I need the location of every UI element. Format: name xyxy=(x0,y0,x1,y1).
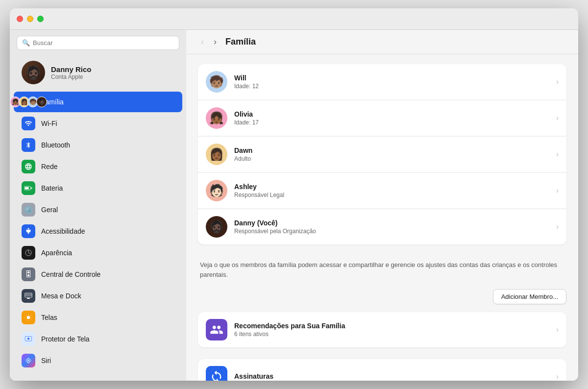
member-avatar-will: 🧒🏽 xyxy=(206,71,227,93)
central-icon: 🎛 xyxy=(22,267,35,281)
user-info: Danny Rico Conta Apple xyxy=(51,65,92,80)
member-avatar-dawn: 👩🏾 xyxy=(206,144,227,165)
assinaturas-icon xyxy=(206,366,227,381)
sidebar-item-telas[interactable]: Telas xyxy=(14,307,182,328)
siri-icon xyxy=(22,354,35,367)
sidebar-item-geral[interactable]: ⚙️ Geral xyxy=(14,199,182,220)
assinaturas-name: Assinaturas xyxy=(234,372,549,380)
familia-icon: 👧🏾 👩🏾 🧒🏽 🧔🏿 xyxy=(22,95,35,109)
page-title: Família xyxy=(225,37,256,47)
member-item-ashley[interactable]: 🧑🏻 Ashley Responsável Legal › xyxy=(198,173,566,209)
main-body: 🧒🏽 Will Idade: 12 › 👧🏾 Olivia Idade: 17 xyxy=(186,54,578,381)
sidebar-item-label-geral: Geral xyxy=(41,206,58,214)
main-header: ‹ › Família xyxy=(186,30,578,54)
svg-point-10 xyxy=(27,338,29,340)
svg-point-8 xyxy=(27,316,30,319)
assinaturas-info: Assinaturas xyxy=(234,372,549,381)
sidebar-item-siri[interactable]: Siri xyxy=(14,350,182,371)
recommendations-icon xyxy=(206,319,227,340)
back-button[interactable]: ‹ xyxy=(198,36,207,48)
sidebar-item-label-protetor: Protetor de Tela xyxy=(41,335,90,343)
forward-button[interactable]: › xyxy=(211,36,220,48)
member-name-will: Will xyxy=(234,74,549,82)
bateria-icon xyxy=(22,181,35,195)
add-member-button[interactable]: Adicionar Membro... xyxy=(493,289,566,304)
sidebar-item-label-telas: Telas xyxy=(41,314,57,321)
member-info-ashley: Ashley Responsável Legal xyxy=(234,183,549,198)
sidebar-item-central[interactable]: 🎛 Central de Controle xyxy=(14,264,182,285)
member-item-olivia[interactable]: 👧🏾 Olivia Idade: 17 › xyxy=(198,100,566,136)
member-info-olivia: Olivia Idade: 17 xyxy=(234,110,549,126)
chevron-icon-dawn: › xyxy=(556,150,559,159)
sidebar: 🔍 🧔🏿 Danny Rico Conta Apple 👧🏾 � xyxy=(10,30,186,381)
sidebar-item-aparencia[interactable]: Aparência xyxy=(14,243,182,263)
sidebar-item-protetor[interactable]: Protetor de Tela xyxy=(14,329,182,349)
search-input[interactable] xyxy=(33,39,174,47)
aparencia-icon xyxy=(22,246,35,260)
user-subtitle: Conta Apple xyxy=(51,73,92,80)
member-sub-dawn: Adulto xyxy=(234,155,549,162)
member-sub-will: Idade: 12 xyxy=(234,83,549,90)
svg-rect-6 xyxy=(25,293,32,297)
sidebar-item-label-bateria: Bateria xyxy=(41,184,63,192)
sidebar-item-bateria[interactable]: Bateria xyxy=(14,178,182,198)
chevron-icon-ashley: › xyxy=(556,186,559,195)
mesa-icon xyxy=(22,289,35,303)
sidebar-item-acessibilidade[interactable]: Acessibilidade xyxy=(14,221,182,242)
recommendations-card[interactable]: Recomendações para Sua Família 6 itens a… xyxy=(198,312,566,347)
sidebar-item-wifi[interactable]: Wi-Fi xyxy=(14,113,182,134)
sidebar-item-mesa[interactable]: Mesa e Dock xyxy=(14,286,182,306)
titlebar xyxy=(10,8,578,30)
recommendations-name: Recomendações para Sua Família xyxy=(234,322,549,330)
svg-rect-1 xyxy=(25,187,29,190)
chevron-icon-olivia: › xyxy=(556,114,559,122)
minimize-button[interactable] xyxy=(27,16,33,22)
acessibilidade-icon xyxy=(22,224,35,238)
familia-avatar-4: 🧔🏿 xyxy=(36,97,47,107)
svg-rect-7 xyxy=(27,298,29,299)
chevron-icon-will: › xyxy=(556,77,559,86)
telas-icon xyxy=(22,311,35,324)
geral-icon: ⚙️ xyxy=(22,203,35,217)
traffic-lights xyxy=(17,16,44,22)
bluetooth-icon xyxy=(22,138,35,152)
sidebar-item-label-central: Central de Controle xyxy=(41,270,100,278)
svg-rect-2 xyxy=(31,188,32,189)
chevron-icon-ass: › xyxy=(556,372,559,381)
maximize-button[interactable] xyxy=(37,16,44,22)
member-avatar-ashley: 🧑🏻 xyxy=(206,180,227,201)
family-description: Veja o que os membros da família podem a… xyxy=(198,252,566,285)
recommendations-sub: 6 itens ativos xyxy=(234,331,549,338)
assinaturas-card[interactable]: Assinaturas › xyxy=(198,359,566,381)
sidebar-item-rede[interactable]: Rede xyxy=(14,156,182,177)
member-sub-ashley: Responsável Legal xyxy=(234,192,549,198)
search-icon: 🔍 xyxy=(22,39,30,47)
chevron-icon-danny: › xyxy=(556,222,559,231)
members-list: 🧒🏽 Will Idade: 12 › 👧🏾 Olivia Idade: 17 xyxy=(198,64,566,244)
member-item-danny[interactable]: 🧔🏿 Danny (Você) Responsável pela Organiz… xyxy=(198,209,566,244)
member-info-danny: Danny (Você) Responsável pela Organizaçã… xyxy=(234,219,549,235)
sidebar-item-label-bluetooth: Bluetooth xyxy=(41,141,70,149)
user-name: Danny Rico xyxy=(51,65,92,73)
close-button[interactable] xyxy=(17,16,23,22)
recommendations-info: Recomendações para Sua Família 6 itens a… xyxy=(234,322,549,338)
sidebar-item-label-aparencia: Aparência xyxy=(41,249,72,257)
content-area: 🔍 🧔🏿 Danny Rico Conta Apple 👧🏾 � xyxy=(10,30,578,381)
sidebar-item-familia[interactable]: 👧🏾 👩🏾 🧒🏽 🧔🏿 Família xyxy=(14,92,182,112)
member-sub-danny: Responsável pela Organização xyxy=(234,228,549,235)
user-profile[interactable]: 🧔🏿 Danny Rico Conta Apple xyxy=(14,56,182,89)
svg-point-3 xyxy=(28,228,29,229)
sidebar-item-label-wifi: Wi-Fi xyxy=(41,120,57,127)
rede-icon xyxy=(22,160,35,173)
member-item-will[interactable]: 🧒🏽 Will Idade: 12 › xyxy=(198,64,566,100)
sidebar-item-label-rede: Rede xyxy=(41,163,57,170)
main-content: ‹ › Família 🧒🏽 Will Idade: 12 › xyxy=(186,30,578,381)
search-box[interactable]: 🔍 xyxy=(17,36,179,50)
sidebar-item-bluetooth[interactable]: Bluetooth xyxy=(14,135,182,155)
member-name-danny: Danny (Você) xyxy=(234,219,549,227)
member-item-dawn[interactable]: 👩🏾 Dawn Adulto › xyxy=(198,137,566,172)
member-info-dawn: Dawn Adulto xyxy=(234,146,549,162)
sidebar-item-label-acessibilidade: Acessibilidade xyxy=(41,227,85,235)
sidebar-item-label-siri: Siri xyxy=(41,357,51,365)
avatar: 🧔🏿 xyxy=(22,61,45,84)
